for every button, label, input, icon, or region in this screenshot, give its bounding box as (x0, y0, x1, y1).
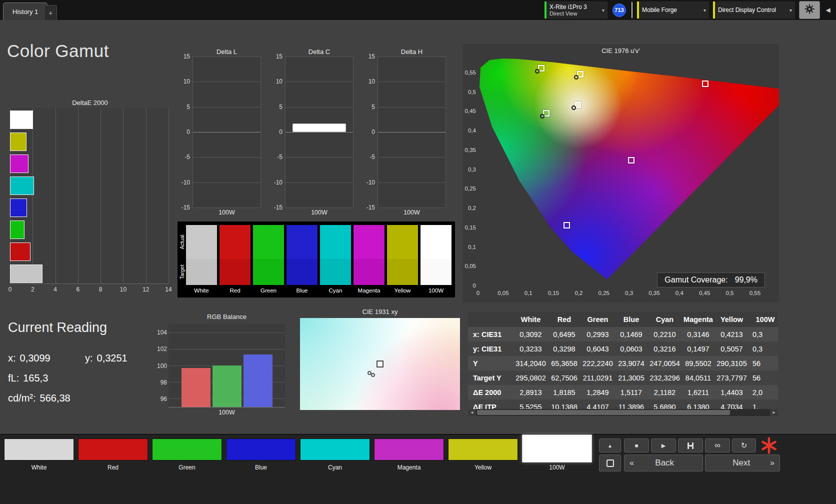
table-cell: 0,3298 (548, 342, 581, 356)
display-control-name: Direct Display Control (718, 6, 776, 14)
patch-button-white[interactable]: White (4, 438, 74, 471)
y-tick-label: 5 (175, 104, 190, 110)
patch-color-swatch (448, 438, 518, 460)
patch-label: Blue (286, 285, 318, 296)
tab-history-1[interactable]: History 1 (3, 2, 48, 20)
y-tick-label: 0,1 (462, 244, 476, 250)
refresh-read-button[interactable]: ↻ (732, 438, 756, 452)
y-tick-label: 0,5 (462, 89, 476, 95)
x-tick-label: 0,35 (648, 290, 660, 296)
scroll-left-arrow[interactable]: ◀ (468, 409, 476, 416)
patch-color-swatch (152, 438, 222, 460)
gridline (286, 132, 353, 132)
gridline (378, 132, 446, 132)
chevron-down-icon: ▾ (790, 8, 792, 13)
pattern-up-button[interactable]: ▲ (599, 438, 621, 452)
column-header-100w: 100W (748, 312, 778, 327)
meter-selector[interactable]: X-Rite i1Pro 3 Direct View ▾ (544, 1, 608, 19)
back-button[interactable]: « Back . (624, 454, 703, 472)
current-reading-fl: fL: 165,3 (8, 372, 158, 384)
table-horizontal-scrollbar[interactable]: ◀ ▶ (468, 409, 778, 416)
scroll-right-arrow[interactable]: ▶ (770, 409, 778, 416)
table-cell: 2,0 (748, 385, 778, 400)
patch-red: Red (220, 225, 250, 296)
patch-button-green[interactable]: Green (152, 438, 222, 471)
y-tick-label: -10 (360, 179, 375, 186)
gridline (378, 56, 446, 57)
gridline (78, 108, 78, 284)
table-cell: 62,7506 (548, 370, 581, 385)
table-cell: 1, (748, 400, 778, 409)
table-cell: 0,3146 (682, 327, 715, 342)
x-tick-label: 12 (142, 286, 149, 293)
coverage-value: 99,9% (735, 276, 758, 284)
patch-button-cyan[interactable]: Cyan (300, 438, 370, 471)
bottom-bar: WhiteRedGreenBlueCyanMagentaYellow100W ▲… (0, 434, 836, 504)
table-cell: 0,3 (748, 342, 778, 356)
table-row: x: CIE310,30920,64950,29930,14690,22100,… (468, 327, 778, 342)
table-cell: 0,5057 (715, 342, 748, 356)
patch-button-red[interactable]: Red (78, 438, 148, 471)
patch-actual-swatch (286, 225, 318, 259)
table-cell: 0,3233 (514, 342, 548, 356)
chart-title: Delta H (378, 48, 446, 56)
calman-asterisk-button[interactable] (758, 436, 780, 456)
read-series-button[interactable] (678, 438, 703, 452)
patch-actual-swatch (387, 225, 418, 259)
measured-dot-yellow-secondary (574, 75, 578, 80)
scrollbar-track[interactable] (476, 409, 770, 416)
gridline (193, 107, 260, 108)
refresh-icon: ↻ (741, 441, 748, 450)
stop-button[interactable]: ■ (624, 438, 649, 452)
collapse-panel-button[interactable]: ◀ (822, 1, 834, 19)
table-row: Target Y295,080262,7506211,029121,300523… (468, 370, 778, 385)
patch-button-blue[interactable]: Blue (226, 438, 296, 471)
scrollbar-thumb[interactable] (477, 410, 730, 415)
continuous-read-button[interactable]: ∞ (705, 438, 730, 452)
patch-button-magenta[interactable]: Magenta (374, 438, 444, 471)
xy-measured-dot (371, 373, 375, 377)
deltae-bar-white (10, 264, 42, 283)
deltae-bar-magenta (10, 154, 28, 173)
y-axis-labels: 151050-5-10-15 (175, 56, 190, 208)
y-tick-label: -5 (268, 154, 282, 160)
y-label: y: (85, 352, 93, 364)
chevron-down-icon: ▾ (704, 8, 706, 13)
current-reading-xy: x: 0,3099 y: 0,3251 (8, 352, 158, 364)
settings-button[interactable] (799, 1, 820, 19)
new-tab-button[interactable]: + (44, 5, 57, 20)
patch-color-swatch (4, 438, 74, 460)
table-header-row: WhiteRedGreenBlueCyanMagentaYellow100W (468, 312, 778, 327)
gridline (378, 82, 446, 82)
gridline (286, 208, 353, 208)
patch-button-100w[interactable]: 100W (522, 438, 592, 471)
y-tick-label: 104 (152, 329, 167, 336)
play-button[interactable]: ▶ (651, 438, 676, 452)
cd-label: cd/m²: (8, 392, 36, 404)
y-tick-label: 15 (175, 53, 190, 60)
fl-label: fL: (8, 372, 19, 384)
pattern-window-button[interactable] (599, 454, 621, 472)
x-tick-label: 0,05 (498, 290, 508, 296)
patch-button-yellow[interactable]: Yellow (448, 438, 518, 471)
gridline (123, 108, 124, 284)
display-control-selector[interactable]: Direct Display Control ▾ (712, 1, 796, 19)
next-button[interactable]: . Next » (705, 454, 780, 472)
gridline (286, 182, 353, 183)
rgb-plot (168, 324, 285, 408)
delta-l-chart: Delta L 151050-5-10-15 100W (175, 48, 261, 220)
infinity-icon: ∞ (714, 441, 720, 450)
gridline (32, 108, 33, 284)
readings-table: WhiteRedGreenBlueCyanMagentaYellow100W x… (468, 312, 778, 409)
table-cell: 21,3005 (614, 370, 648, 385)
table-cell: 4,4107 (581, 400, 614, 409)
y-tick-label: 0 (175, 128, 190, 136)
table-cell: 290,3105 (715, 356, 748, 370)
gridline (168, 332, 285, 333)
table-cell: 65,3658 (548, 356, 581, 370)
window-square-icon (606, 460, 614, 467)
next-label: Next (732, 458, 750, 468)
source-selector[interactable]: Mobile Forge ▾ (636, 1, 710, 19)
current-reading-panel: Current Reading x: 0,3099 y: 0,3251 fL: … (8, 320, 158, 412)
table-corner-cell (468, 312, 514, 327)
